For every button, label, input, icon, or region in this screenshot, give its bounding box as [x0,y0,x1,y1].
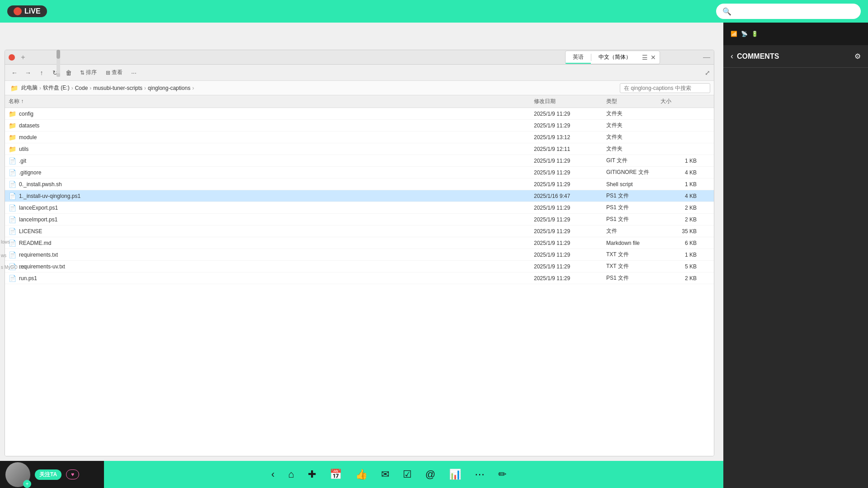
table-row[interactable]: 📄 README.md 2025/1/9 11:29 Markdown file… [5,237,714,249]
file-name: 📁 config [9,110,534,117]
file-name: 📄 requirements.txt [9,251,534,258]
file-name: 📄 .gitignore [9,169,534,176]
settings-icon[interactable]: ⚙ [854,52,861,61]
translation-icons: ☰ ✕ [638,54,660,61]
nav-calendar-icon[interactable]: 📅 [330,469,342,480]
file-list-header: 名称 ↑ 修改日期 类型 大小 [5,95,714,108]
search-bar-top[interactable]: 🔍 [716,4,861,19]
breadcrumb-drive[interactable]: 软件盘 (E:) [43,84,70,92]
file-name: 📄 requirements-uv.txt [9,263,534,270]
nav-icons-group: ‹ ⌂ ✚ 📅 👍 ✉ ☑ @ 📊 ⋯ ✏ [54,469,723,480]
search-icon: 🔍 [722,7,731,16]
file-name: 📄 .git [9,157,534,164]
table-row[interactable]: 📄 .git 2025/1/9 11:29 GIT 文件 1 KB [5,155,714,167]
bottom-nav: bilibili ‹ ⌂ ✚ 📅 👍 ✉ ☑ @ 📊 ⋯ ✏ [0,461,723,488]
address-bar: 📁 此电脑 › 软件盘 (E:) › Code › musubi-tuner-s… [5,81,714,95]
order-button[interactable]: ⇅ 排序 [76,67,100,79]
mygo-label: s MyGO S01 [1,265,27,270]
right-panel: 📶 📡 🔋 ‹ COMMENTS ⚙ [723,23,868,488]
nav-checklist-icon[interactable]: ☑ [403,469,412,480]
addressbar-folder-icon[interactable]: 📁 [9,83,19,94]
breadcrumb-code[interactable]: Code [75,85,88,91]
wifi-icon: 📡 [741,31,748,37]
nav-up-button[interactable]: ↑ [36,67,47,79]
nav-back-button[interactable]: ← [9,67,20,79]
table-row[interactable]: 📄 lanceImport.ps1 2025/1/9 11:29 PS1 文件 … [5,214,714,225]
nav-delete-button[interactable]: 🗑 [63,67,75,79]
table-row[interactable]: 📄 lanceExport.ps1 2025/1/9 11:29 PS1 文件 … [5,202,714,214]
expand-icon[interactable]: ⤢ [705,69,710,76]
file-search-input[interactable] [620,83,710,93]
translation-menu-icon[interactable]: ☰ [642,54,648,61]
col-name: 名称 ↑ [9,98,534,105]
nav-at-icon[interactable]: @ [425,469,435,480]
table-row[interactable]: 📄 run.ps1 2025/1/9 11:29 PS1 文件 2 KB [5,272,714,284]
file-name: 📄 lanceExport.ps1 [9,204,534,211]
nav-edit-icon[interactable]: ✏ [498,469,506,480]
col-date: 修改日期 [534,98,606,105]
breadcrumb-qinglong[interactable]: qinglong-captions [148,85,190,91]
file-name: 📄 0._install.pwsh.sh [9,181,534,188]
view-icon: ⊞ [106,70,110,76]
table-row[interactable]: 📄 requirements-uv.txt 2025/1/9 11:29 TXT… [5,261,714,272]
main-content: 英语 中文（简体） ☰ ✕ + — ← → ↑ ↻ 🗑 ⇅ 排序 ⊞ [0,23,723,461]
horizontal-scroll-bar[interactable] [57,73,60,77]
nav-plus-icon[interactable]: ✚ [308,469,316,480]
table-row[interactable]: 📄 LICENSE 2025/1/9 11:29 文件 35 KB [5,225,714,237]
battery-icon: 🔋 [751,31,758,37]
order-icon: ⇅ [80,70,85,76]
more-button[interactable]: ··· [128,67,140,79]
nav-barchart-icon[interactable]: 📊 [449,469,461,480]
scroll-thumb [57,50,60,59]
nav-forward-button[interactable]: → [22,67,34,79]
table-row[interactable]: 📁 utils 2025/1/9 12:11 文件夹 [5,143,714,155]
nav-more-icon[interactable]: ⋯ [475,469,485,480]
file-list: 📁 config 2025/1/9 11:29 文件夹 📁 datasets 2… [5,108,714,456]
live-label: LiVE [24,7,41,15]
flows-label: lows [1,239,10,244]
signal-icon: 📶 [731,31,737,37]
nav-mail-icon[interactable]: ✉ [381,469,389,480]
follow-button[interactable]: 关注TA [35,469,61,480]
new-tab-button[interactable]: + [19,53,28,62]
heart-button[interactable]: ♥ [66,469,79,479]
search-input[interactable] [735,8,854,15]
table-row[interactable]: 📁 config 2025/1/9 11:29 文件夹 [5,108,714,120]
user-profile-bar: + 关注TA ♥ [0,461,104,488]
translation-close-icon[interactable]: ✕ [651,54,656,61]
close-button[interactable] [9,54,15,61]
view-label: 查看 [112,69,123,76]
file-explorer: + — ← → ↑ ↻ 🗑 ⇅ 排序 ⊞ 查看 ··· ⤢ 📁 此电脑 › [5,50,714,456]
nav-thumbsup-icon[interactable]: 👍 [355,469,368,480]
comments-header: ‹ COMMENTS ⚙ [723,45,868,68]
file-name: 📄 LICENSE [9,228,534,235]
comments-title: COMMENTS [737,52,851,61]
table-row[interactable]: 📄 .gitignore 2025/1/9 11:29 GITIGNORE 文件… [5,167,714,178]
nav-back-arrow[interactable]: ‹ [271,469,274,480]
table-row[interactable]: 📄 1._install-uv-qinglong.ps1 2025/1/16 9… [5,190,714,202]
avatar-container: + [5,462,30,487]
table-row[interactable]: 📁 module 2025/1/9 13:12 文件夹 [5,131,714,143]
live-badge[interactable]: LiVE [7,5,47,17]
file-name: 📁 utils [9,145,534,153]
table-row[interactable]: 📁 datasets 2025/1/9 11:29 文件夹 [5,120,714,131]
file-toolbar: ← → ↑ ↻ 🗑 ⇅ 排序 ⊞ 查看 ··· ⤢ [5,65,714,81]
add-follow-button[interactable]: + [23,480,31,488]
table-row[interactable]: 📄 0._install.pwsh.sh 2025/1/9 11:29 Shel… [5,178,714,190]
view-button[interactable]: ⊞ 查看 [102,67,126,79]
translation-tab-chinese[interactable]: 中文（简体） [591,51,638,64]
top-bar: LiVE 🔍 [0,0,868,23]
file-name: 📄 lanceImport.ps1 [9,216,534,223]
col-type: 类型 [606,98,660,105]
minimize-icon[interactable]: — [703,53,710,61]
order-label: 排序 [86,69,97,76]
translation-tab-english[interactable]: 英语 [566,51,591,64]
breadcrumb-musubi[interactable]: musubi-tuner-scripts [93,85,142,91]
nav-home-icon[interactable]: ⌂ [288,469,294,480]
chevron-left-icon[interactable]: ‹ [731,52,733,61]
comments-body [723,68,868,488]
scroll-indicator[interactable] [57,50,60,77]
ws-label: ws [1,253,6,258]
breadcrumb-computer[interactable]: 此电脑 [21,84,38,92]
table-row[interactable]: 📄 requirements.txt 2025/1/9 11:29 TXT 文件… [5,249,714,261]
